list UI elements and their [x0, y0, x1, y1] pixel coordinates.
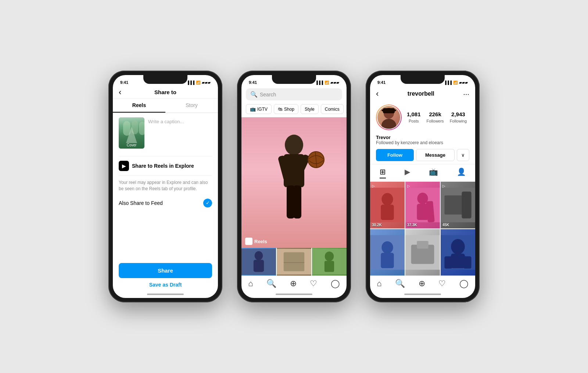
profile-more-icon[interactable]: ··· [463, 90, 469, 98]
phone-3: 9:41 ▐▐▐ 📶 ▰▰▰ ‹ trevorbell ··· [366, 71, 480, 302]
followed-by: Followed by kenzoere and eloears [376, 140, 469, 145]
stat-following[interactable]: 2,943 Following [450, 111, 467, 124]
share-header: ‹ Share to [113, 86, 218, 99]
photo-cell-2[interactable]: ▷ 37.3K [405, 182, 440, 228]
home-indicator-1 [147, 294, 184, 295]
reels-label-overlay: ▶ Reels [245, 238, 267, 245]
photo-cell-5[interactable] [405, 229, 440, 276]
profile-nav-icon-3[interactable]: ◯ [459, 279, 469, 288]
profile-tabs: ⊞ ▶ 📺 👤 [370, 164, 475, 182]
main-reel[interactable]: ▶ Reels [241, 117, 347, 248]
share-title: Share to [154, 89, 176, 95]
heart-nav-icon[interactable]: ♡ [310, 279, 317, 288]
search-nav-icon[interactable]: 🔍 [266, 279, 276, 288]
cover-thumbnail[interactable]: Cover [119, 117, 144, 149]
search-input[interactable]: Search [260, 92, 276, 97]
photo-grid: ▷ 30.2K ▷ 37.3K [370, 182, 475, 276]
photo-4 [370, 229, 405, 276]
igtv-tab-icon[interactable]: 📺 [429, 167, 438, 178]
svg-rect-11 [284, 252, 304, 271]
battery-icon-3: ▰▰▰ [459, 81, 468, 85]
search-bar[interactable]: 🔍 Search [246, 88, 342, 100]
photo-6 [441, 229, 475, 276]
cat-style-label: Style [305, 107, 315, 112]
status-icons-2: ▐▐▐ 📶 ▰▰▰ [315, 81, 339, 85]
signal-icon-3: ▐▐▐ [444, 81, 452, 85]
tagged-tab-icon[interactable]: 👤 [457, 167, 466, 178]
notch-3 [401, 75, 445, 84]
share-reels-desc: Your reel may appear in Explore and can … [119, 180, 212, 192]
cat-igtv[interactable]: 📺 IGTV [246, 104, 272, 114]
grid-tab-icon[interactable]: ⊞ [380, 167, 386, 178]
reels-icon: ▶ [119, 161, 129, 171]
cat-comics[interactable]: Comics [321, 104, 344, 114]
reel-person-figure [257, 130, 331, 241]
add-nav-icon-3[interactable]: ⊕ [419, 279, 425, 288]
thumb-grid [241, 248, 347, 276]
message-button[interactable]: Message [416, 149, 455, 161]
thumb-2[interactable] [277, 248, 311, 276]
nav-bar-2: ⌂ 🔍 ⊕ ♡ ◯ [241, 276, 347, 291]
cover-row: Cover Write a caption... [119, 117, 212, 149]
cat-shop-label: Shop [284, 107, 294, 112]
share-tabs: Reels Story [113, 99, 218, 113]
following-count: 2,943 [450, 111, 467, 117]
share-content: Cover Write a caption... ▶ Share to Reel… [113, 113, 218, 259]
search-nav-icon-3[interactable]: 🔍 [395, 279, 405, 288]
stat-followers[interactable]: 226k Followers [427, 111, 444, 124]
svg-point-21 [381, 193, 393, 205]
cover-label: Cover [119, 143, 144, 147]
reels-symbol: ▶ [122, 163, 126, 169]
notch-1 [143, 75, 187, 84]
share-bottom: Share Save as Draft [113, 259, 218, 291]
heart-nav-icon-3[interactable]: ♡ [438, 279, 446, 288]
profile-back-icon[interactable]: ‹ [376, 89, 379, 99]
share-button[interactable]: Share [119, 263, 212, 278]
photo-cell-3[interactable]: ▷ 45K [441, 182, 475, 228]
stat-1: 30.2K [372, 223, 382, 227]
profile-nav-icon[interactable]: ◯ [331, 279, 340, 288]
svg-point-17 [381, 119, 396, 129]
categories-row: 📺 IGTV 🛍 Shop Style Comics 🎬 TV & Mo... [241, 103, 347, 117]
svg-point-8 [255, 251, 263, 260]
profile-username: trevorbell [408, 90, 434, 97]
avatar-image [377, 105, 401, 129]
profile-header: ‹ trevorbell ··· [370, 86, 475, 102]
home-nav-icon[interactable]: ⌂ [248, 279, 253, 288]
cat-style[interactable]: Style [301, 104, 319, 114]
wifi-icon-3: 📶 [453, 81, 458, 85]
play-icon-2: ▷ [407, 184, 410, 188]
svg-point-0 [285, 135, 303, 155]
also-share-toggle[interactable]: ✓ [203, 199, 212, 207]
svg-point-14 [325, 252, 334, 261]
dropdown-button[interactable]: ∨ [457, 149, 469, 161]
photo-cell-4[interactable] [370, 229, 405, 276]
svg-rect-22 [381, 205, 394, 220]
profile-content: ‹ trevorbell ··· [370, 86, 475, 291]
profile-stats: 1,081 Posts 226k Followers 2,943 Followi… [407, 111, 467, 124]
share-reels-title: Share to Reels in Explore [132, 163, 194, 169]
photo-3: ▷ 45K [441, 182, 475, 228]
back-button[interactable]: ‹ [119, 88, 121, 97]
home-nav-icon-3[interactable]: ⌂ [377, 279, 381, 288]
tab-story[interactable]: Story [165, 99, 218, 113]
photo-cell-1[interactable]: ▷ 30.2K [370, 182, 405, 228]
svg-rect-40 [464, 256, 472, 268]
add-nav-icon[interactable]: ⊕ [290, 279, 297, 288]
photo-cell-6[interactable] [441, 229, 475, 276]
cat-tv[interactable]: 🎬 TV & Mo... [346, 104, 347, 114]
cat-shop[interactable]: 🛍 Shop [274, 104, 298, 114]
follow-button[interactable]: Follow [376, 149, 414, 161]
shop-icon: 🛍 [278, 106, 283, 112]
signal-icon-2: ▐▐▐ [315, 81, 323, 85]
thumb-3[interactable] [312, 248, 347, 276]
thumb-1[interactable] [241, 248, 276, 276]
save-draft-link[interactable]: Save as Draft [119, 282, 212, 288]
followers-label: Followers [427, 119, 444, 123]
stat-posts: 1,081 Posts [407, 111, 421, 124]
notch-2 [272, 75, 316, 84]
profile-avatar[interactable] [376, 104, 402, 130]
caption-input[interactable]: Write a caption... [148, 117, 212, 149]
tab-reels[interactable]: Reels [113, 99, 165, 113]
reels-tab-icon[interactable]: ▶ [405, 167, 410, 178]
